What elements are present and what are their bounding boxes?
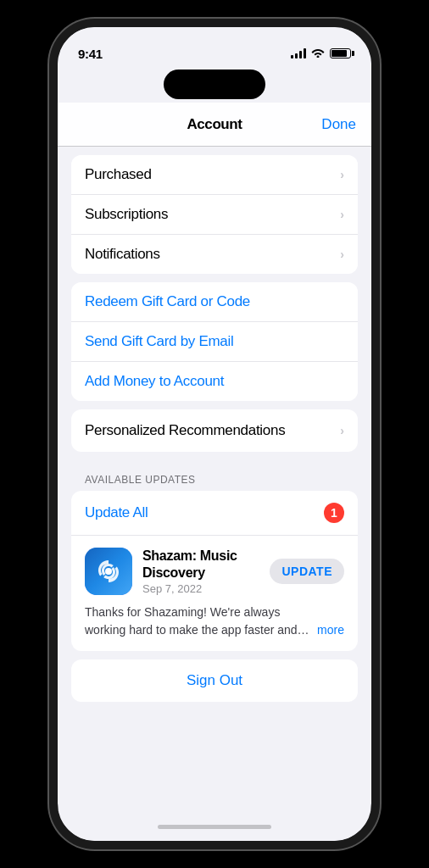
sign-out-label: Sign Out — [187, 672, 242, 689]
shazam-app-date: Sep 7, 2022 — [142, 582, 259, 595]
redeem-gift-card-item[interactable]: Redeem Gift Card or Code — [71, 282, 358, 322]
chevron-icon: › — [340, 168, 344, 181]
add-money-label: Add Money to Account — [85, 373, 224, 390]
chevron-icon: › — [340, 208, 344, 221]
add-money-item[interactable]: Add Money to Account — [71, 362, 358, 401]
send-gift-card-item[interactable]: Send Gift Card by Email — [71, 322, 358, 362]
app-description: Thanks for Shazaming! We're always worki… — [85, 604, 344, 639]
status-time: 9:41 — [78, 47, 103, 61]
notifications-label: Notifications — [85, 246, 160, 263]
sign-out-item[interactable]: Sign Out — [71, 659, 358, 702]
scroll-content: Purchased › Subscriptions › Notification… — [58, 147, 371, 812]
update-badge: 1 — [324, 503, 344, 523]
redeem-gift-card-label: Redeem Gift Card or Code — [85, 293, 250, 310]
menu-section-1: Purchased › Subscriptions › Notification… — [71, 155, 358, 274]
update-all-row[interactable]: Update All 1 — [71, 491, 358, 536]
purchased-item[interactable]: Purchased › — [71, 155, 358, 195]
chevron-icon: › — [340, 424, 344, 437]
update-all-label: Update All — [85, 504, 148, 521]
purchased-label: Purchased — [85, 166, 152, 183]
nav-title: Account — [187, 116, 242, 133]
status-bar: 9:41 — [58, 27, 371, 70]
svg-point-0 — [105, 568, 112, 575]
subscriptions-item[interactable]: Subscriptions › — [71, 195, 358, 235]
home-bar — [158, 825, 271, 829]
shazam-app-info: Shazam: Music Discovery Sep 7, 2022 — [142, 548, 259, 594]
battery-icon — [330, 48, 351, 58]
done-button[interactable]: Done — [321, 116, 356, 133]
personalized-recommendations-label: Personalized Recommendations — [85, 422, 285, 439]
app-update-header: Shazam: Music Discovery Sep 7, 2022 UPDA… — [85, 548, 344, 595]
wifi-icon — [311, 47, 325, 60]
available-updates-label: AVAILABLE UPDATES — [58, 460, 371, 491]
signal-bars-icon — [291, 48, 306, 58]
shazam-app-name: Shazam: Music Discovery — [142, 548, 259, 580]
update-button[interactable]: UPDATE — [270, 559, 344, 584]
chevron-icon: › — [340, 248, 344, 261]
menu-section-2: Redeem Gift Card or Code Send Gift Card … — [71, 282, 358, 401]
dynamic-island — [164, 70, 265, 99]
app-description-text: Thanks for Shazaming! We're always worki… — [85, 604, 314, 639]
more-link[interactable]: more — [317, 621, 344, 639]
subscriptions-label: Subscriptions — [85, 206, 168, 223]
home-indicator — [58, 812, 371, 841]
status-icons — [291, 47, 351, 60]
updates-group: Update All 1 — [71, 491, 358, 651]
shazam-update-row: Shazam: Music Discovery Sep 7, 2022 UPDA… — [71, 536, 358, 651]
shazam-app-icon — [85, 548, 132, 595]
menu-section-3: Personalized Recommendations › — [71, 409, 358, 452]
sign-out-group: Sign Out — [71, 659, 358, 702]
personalized-recommendations-item[interactable]: Personalized Recommendations › — [71, 409, 358, 452]
notifications-item[interactable]: Notifications › — [71, 235, 358, 274]
send-gift-card-label: Send Gift Card by Email — [85, 333, 233, 350]
navigation-bar: Account Done — [58, 103, 371, 147]
